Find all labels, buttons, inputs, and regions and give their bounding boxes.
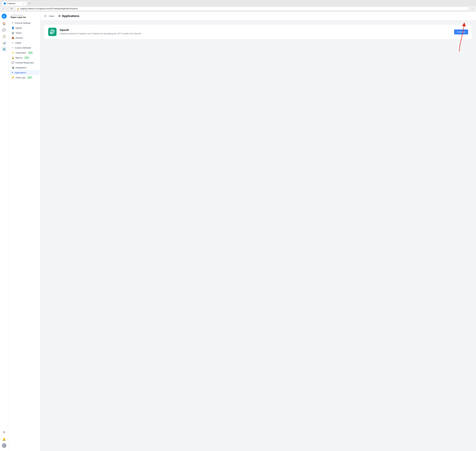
tab-bar: Chatwoot ✕ +: [0, 0, 476, 6]
sidebar-label-custom-attributes: Custom Attributes: [15, 47, 31, 49]
sidebar-item-macros[interactable]: 🔒 Macros Beta: [9, 55, 39, 60]
rail-icon-grid[interactable]: ⊞: [1, 429, 7, 435]
audit-logs-icon: 🔑: [12, 76, 14, 79]
currently-viewing-label: Currently viewing:: [11, 14, 38, 16]
rail-icon-home[interactable]: 🏠: [1, 21, 7, 26]
sidebar-item-labels[interactable]: 🏷 Labels: [9, 40, 39, 45]
sidebar-label-macros: Macros: [16, 56, 22, 59]
sidebar-item-inboxes[interactable]: 📥 Inboxes: [9, 35, 39, 40]
openai-app-card: OpenAI Integrate powerful AI features in…: [44, 24, 472, 39]
new-tab-button[interactable]: +: [28, 1, 31, 6]
browser-chrome: Chatwoot ✕ + ‹ › ↻ 🔒 staging.chatwoot.co…: [0, 0, 476, 12]
menu-icon: ☰: [44, 15, 46, 18]
rail-icon-settings[interactable]: ⚙️: [1, 46, 7, 52]
sidebar: Currently viewing: Paper Layer Inc ⚙ Acc…: [8, 12, 40, 451]
openai-logo: [48, 28, 56, 36]
annotation-container: OpenAI Integrate powerful AI features in…: [44, 24, 472, 39]
back-button[interactable]: ‹: [2, 7, 5, 11]
sidebar-item-audit-logs[interactable]: 🔑 Audit Logs Beta: [9, 75, 39, 80]
tab-label: Chatwoot: [7, 2, 15, 5]
main-header: ☰ ‹ Back ☆ Applications: [40, 12, 476, 20]
inboxes-icon: 📥: [12, 37, 14, 39]
extensions-button[interactable]: ⋮: [470, 7, 474, 10]
sidebar-item-integrations[interactable]: 🔌 Integrations: [9, 65, 39, 70]
tab-favicon: [4, 2, 6, 5]
openai-app-info: OpenAI Integrate powerful AI features in…: [60, 29, 451, 35]
sidebar-label-account-settings: Account Settings: [15, 22, 31, 24]
icon-rail: C 🏠 💬 📋 📊 ⚙️ ⊞ 🔔 U: [0, 12, 8, 451]
account-name: Paper Layer Inc: [11, 16, 38, 19]
applications-icon: ✦: [12, 71, 13, 74]
sidebar-label-labels: Labels: [15, 42, 21, 44]
account-settings-icon: ⚙: [12, 22, 14, 24]
integrations-icon: 🔌: [12, 66, 14, 69]
main-content: OpenAI Integrate powerful AI features in…: [40, 20, 476, 451]
tab-close-button[interactable]: ✕: [23, 3, 25, 5]
brand-avatar: C: [2, 14, 7, 19]
sidebar-item-custom-attributes[interactable]: ✦ Custom Attributes: [9, 45, 39, 50]
page-title-text: Applications: [62, 14, 79, 18]
labels-icon: 🏷: [12, 42, 14, 44]
automation-icon: ⚡: [12, 51, 14, 54]
connect-button[interactable]: Connect: [454, 30, 468, 34]
back-arrow-icon: ‹: [48, 15, 49, 17]
sidebar-item-automation[interactable]: ⚡ Automation Beta: [9, 50, 39, 55]
sidebar-label-applications: Applications: [15, 71, 26, 74]
openai-app-description: Integrate powerful AI features into Chat…: [60, 32, 451, 35]
browser-tab[interactable]: Chatwoot ✕: [1, 1, 27, 6]
teams-icon: 🏢: [12, 31, 14, 34]
sidebar-item-canned-responses[interactable]: 💬 Canned Responses: [9, 60, 39, 65]
address-bar[interactable]: 🔒 staging.chatwoot.com/app/accounts/47/s…: [15, 7, 469, 11]
rail-icon-chat[interactable]: 💬: [1, 27, 7, 33]
custom-attributes-icon: ✦: [12, 46, 13, 49]
sidebar-label-audit-logs: Audit Logs: [16, 76, 25, 79]
nav-bar: ‹ › ↻ 🔒 staging.chatwoot.com/app/account…: [0, 6, 476, 12]
openai-app-name: OpenAI: [60, 29, 451, 31]
sidebar-label-automation: Automation: [16, 52, 26, 54]
macros-badge: Beta: [24, 56, 29, 59]
sidebar-label-canned-responses: Canned Responses: [16, 62, 34, 64]
browser-nav-icons: ⋮: [470, 7, 474, 10]
sidebar-label-integrations: Integrations: [16, 66, 26, 69]
lock-icon: 🔒: [17, 8, 19, 10]
macros-icon: 🔒: [12, 56, 14, 59]
sidebar-label-inboxes: Inboxes: [16, 37, 23, 39]
main-area: ☰ ‹ Back ☆ Applications: [40, 12, 476, 451]
rail-icon-reports[interactable]: 📊: [1, 40, 7, 46]
automation-badge: Beta: [28, 52, 33, 54]
page-title: ☆ Applications: [58, 14, 79, 18]
audit-logs-badge: Beta: [27, 76, 32, 79]
user-avatar[interactable]: U: [2, 443, 6, 448]
app-container: C 🏠 💬 📋 📊 ⚙️ ⊞ 🔔 U Currently viewing: Pa…: [0, 12, 476, 451]
sidebar-item-applications[interactable]: ✦ Applications: [9, 70, 39, 75]
sidebar-item-agents[interactable]: 👤 Agents: [9, 25, 39, 30]
header-menu-button[interactable]: ☰: [44, 15, 46, 18]
url-text: staging.chatwoot.com/app/accounts/47/set…: [20, 7, 77, 10]
back-label: Back: [50, 15, 54, 17]
canned-responses-icon: 💬: [12, 61, 14, 64]
rail-bottom: ⊞ 🔔 U: [1, 429, 7, 449]
sidebar-label-agents: Agents: [16, 27, 22, 29]
rail-icon-bell[interactable]: 🔔: [1, 436, 7, 442]
sidebar-header: Currently viewing: Paper Layer Inc: [8, 14, 40, 20]
rail-icon-contacts[interactable]: 📋: [1, 33, 7, 39]
openai-logo-svg: [50, 29, 55, 34]
back-link[interactable]: ‹ Back: [48, 15, 54, 17]
agents-icon: 👤: [12, 27, 14, 29]
refresh-button[interactable]: ↻: [10, 7, 14, 11]
sidebar-label-teams: Teams: [16, 32, 22, 34]
sidebar-item-teams[interactable]: 🏢 Teams: [9, 31, 39, 35]
page-title-star-icon: ☆: [58, 14, 61, 18]
sidebar-item-account-settings[interactable]: ⚙ Account Settings: [9, 20, 39, 25]
forward-button[interactable]: ›: [6, 7, 9, 11]
